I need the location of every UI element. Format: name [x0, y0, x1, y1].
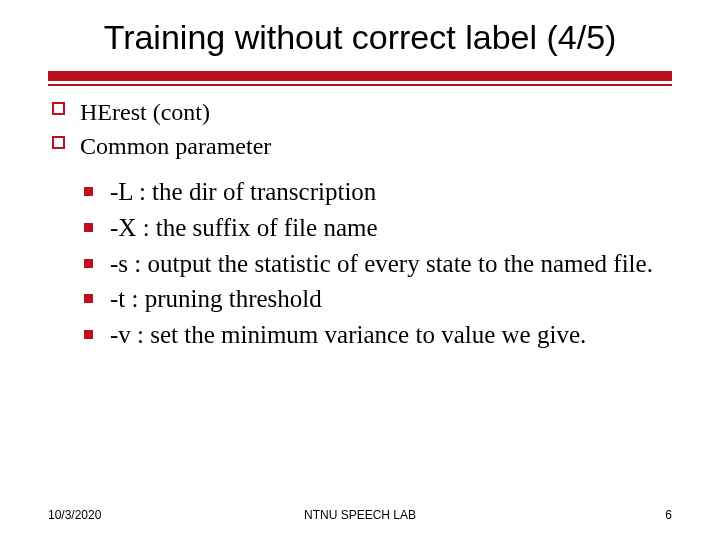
square-solid-icon [84, 330, 93, 339]
square-solid-icon [84, 259, 93, 268]
list-item-text: -L : the dir of transcription [110, 178, 376, 205]
list-item-text: -X : the suffix of file name [110, 214, 378, 241]
list-item-text: -v : set the minimum variance to value w… [110, 321, 586, 348]
bullet-list-level2: -L : the dir of transcription -X : the s… [48, 175, 672, 352]
square-solid-icon [84, 294, 93, 303]
list-item-text: -s : output the statistic of every state… [110, 250, 653, 277]
list-item-text: HErest (cont) [80, 99, 210, 125]
square-solid-icon [84, 223, 93, 232]
slide-body: HErest (cont) Common parameter -L : the … [48, 97, 672, 352]
list-item: -L : the dir of transcription [84, 175, 672, 209]
list-item: -v : set the minimum variance to value w… [84, 318, 672, 352]
square-outline-icon [52, 102, 65, 115]
list-item-text: Common parameter [80, 133, 271, 159]
list-item: -s : output the statistic of every state… [84, 247, 672, 281]
list-item: -t : pruning threshold [84, 282, 672, 316]
square-solid-icon [84, 187, 93, 196]
list-item: HErest (cont) [52, 97, 672, 127]
list-item-text: -t : pruning threshold [110, 285, 322, 312]
square-outline-icon [52, 136, 65, 149]
bullet-list-level1: HErest (cont) Common parameter [48, 97, 672, 161]
footer-date: 10/3/2020 [48, 508, 101, 522]
slide: Training without correct label (4/5) HEr… [0, 0, 720, 540]
list-item: -X : the suffix of file name [84, 211, 672, 245]
list-item: Common parameter [52, 131, 672, 161]
footer-center: NTNU SPEECH LAB [0, 508, 720, 522]
title-rule [48, 71, 672, 81]
page-title: Training without correct label (4/5) [48, 18, 672, 57]
footer-page: 6 [665, 508, 672, 522]
slide-footer: 10/3/2020 NTNU SPEECH LAB 6 [0, 508, 720, 522]
